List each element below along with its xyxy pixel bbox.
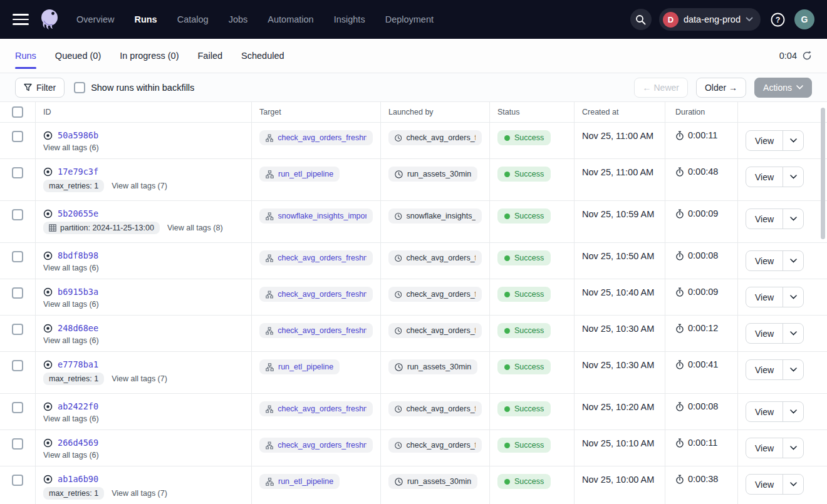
- view-button[interactable]: View: [746, 438, 783, 458]
- launched-by-pill[interactable]: check_avg_orders_f…: [388, 287, 482, 302]
- status-badge[interactable]: Success: [497, 474, 551, 489]
- status-badge[interactable]: Success: [497, 287, 551, 302]
- view-button[interactable]: View: [746, 402, 783, 421]
- run-id-link[interactable]: ab2422f0: [58, 401, 98, 411]
- status-badge[interactable]: Success: [497, 250, 551, 265]
- status-badge[interactable]: Success: [497, 208, 551, 224]
- launched-by-pill[interactable]: check_avg_orders_f…: [388, 250, 482, 265]
- view-all-tags-link[interactable]: View all tags (7): [112, 182, 167, 190]
- view-dropdown-button[interactable]: [783, 360, 803, 379]
- newer-button[interactable]: ← Newer: [634, 78, 688, 98]
- view-all-tags-link[interactable]: View all tags (7): [112, 374, 167, 383]
- run-tag[interactable]: partition: 2024-11-25-13:00: [43, 222, 160, 234]
- view-dropdown-button[interactable]: [783, 402, 803, 421]
- nav-item-deployment[interactable]: Deployment: [385, 14, 434, 24]
- launched-by-pill[interactable]: check_avg_orders_f…: [388, 323, 482, 338]
- run-id-link[interactable]: 8bdf8b98: [58, 250, 98, 260]
- view-all-tags-link[interactable]: View all tags (6): [43, 143, 99, 152]
- run-tag[interactable]: max_retries: 1: [43, 373, 104, 385]
- help-button[interactable]: ?: [768, 10, 787, 29]
- view-dropdown-button[interactable]: [783, 209, 803, 229]
- view-dropdown-button[interactable]: [783, 131, 803, 150]
- view-dropdown-button[interactable]: [783, 167, 803, 187]
- launched-by-pill[interactable]: run_assets_30min: [388, 359, 477, 374]
- view-all-tags-link[interactable]: View all tags (6): [43, 300, 99, 309]
- nav-item-overview[interactable]: Overview: [76, 14, 114, 24]
- refresh-icon[interactable]: [802, 51, 812, 61]
- status-badge[interactable]: Success: [497, 130, 551, 145]
- view-button[interactable]: View: [746, 360, 783, 379]
- view-button[interactable]: View: [746, 287, 783, 307]
- target-pill[interactable]: run_etl_pipeline: [259, 167, 340, 182]
- view-dropdown-button[interactable]: [783, 324, 803, 343]
- row-checkbox[interactable]: [12, 251, 23, 262]
- row-checkbox[interactable]: [12, 438, 23, 450]
- tab-queued[interactable]: Queued (0): [55, 39, 101, 73]
- target-pill[interactable]: snowflake_insights_import: [259, 208, 373, 224]
- row-checkbox[interactable]: [12, 324, 23, 335]
- deployment-switcher[interactable]: D data-eng-prod: [659, 8, 761, 31]
- view-all-tags-link[interactable]: View all tags (6): [43, 336, 99, 345]
- target-pill[interactable]: check_avg_orders_freshne: [259, 323, 373, 338]
- view-button[interactable]: View: [746, 324, 783, 343]
- tab-in-progress[interactable]: In progress (0): [120, 39, 179, 73]
- view-dropdown-button[interactable]: [783, 287, 803, 307]
- target-pill[interactable]: check_avg_orders_freshne: [259, 287, 373, 302]
- row-checkbox[interactable]: [12, 209, 23, 220]
- status-badge[interactable]: Success: [497, 438, 551, 453]
- run-id-link[interactable]: 50a5986b: [58, 130, 98, 140]
- user-avatar[interactable]: G: [794, 9, 814, 29]
- nav-item-catalog[interactable]: Catalog: [177, 14, 209, 24]
- run-id-link[interactable]: 5b20655e: [58, 208, 98, 219]
- run-id-link[interactable]: e7778ba1: [58, 359, 98, 369]
- filter-button[interactable]: Filter: [15, 78, 65, 98]
- status-badge[interactable]: Success: [497, 401, 551, 416]
- status-badge[interactable]: Success: [497, 323, 551, 338]
- tab-scheduled[interactable]: Scheduled: [241, 39, 284, 73]
- view-all-tags-link[interactable]: View all tags (6): [43, 414, 99, 423]
- search-button[interactable]: [630, 9, 652, 30]
- target-pill[interactable]: check_avg_orders_freshne: [259, 438, 373, 453]
- target-pill[interactable]: check_avg_orders_freshne: [259, 250, 373, 265]
- view-all-tags-link[interactable]: View all tags (8): [167, 224, 223, 232]
- dagster-logo-icon[interactable]: [38, 7, 63, 32]
- target-pill[interactable]: check_avg_orders_freshne: [259, 130, 373, 145]
- nav-item-jobs[interactable]: Jobs: [229, 14, 248, 24]
- run-id-link[interactable]: 17e79c3f: [58, 167, 98, 177]
- launched-by-pill[interactable]: check_avg_orders_f…: [388, 130, 482, 145]
- run-id-link[interactable]: 266d4569: [58, 438, 98, 448]
- row-checkbox[interactable]: [12, 167, 23, 178]
- status-badge[interactable]: Success: [497, 167, 551, 182]
- target-pill[interactable]: run_etl_pipeline: [259, 359, 340, 374]
- row-checkbox[interactable]: [12, 402, 23, 413]
- nav-item-automation[interactable]: Automation: [268, 14, 313, 24]
- launched-by-pill[interactable]: check_avg_orders_f…: [388, 438, 482, 453]
- actions-button[interactable]: Actions: [754, 78, 812, 98]
- nav-item-runs[interactable]: Runs: [134, 14, 157, 24]
- status-badge[interactable]: Success: [497, 359, 551, 374]
- launched-by-pill[interactable]: check_avg_orders_f…: [388, 401, 482, 416]
- row-checkbox[interactable]: [12, 131, 23, 142]
- run-id-link[interactable]: ab1a6b90: [58, 474, 98, 484]
- view-all-tags-link[interactable]: View all tags (6): [43, 451, 99, 460]
- launched-by-pill[interactable]: snowflake_insights_…: [388, 208, 482, 224]
- run-id-link[interactable]: 248d68ee: [58, 323, 98, 333]
- older-button[interactable]: Older →: [696, 78, 746, 98]
- tab-runs[interactable]: Runs: [15, 39, 36, 73]
- view-button[interactable]: View: [746, 251, 783, 270]
- view-all-tags-link[interactable]: View all tags (7): [112, 489, 167, 498]
- hamburger-menu-icon[interactable]: [13, 14, 29, 25]
- launched-by-pill[interactable]: run_assets_30min: [388, 167, 477, 182]
- run-id-link[interactable]: b6915b3a: [58, 287, 98, 297]
- view-dropdown-button[interactable]: [783, 475, 803, 494]
- run-tag[interactable]: max_retries: 1: [43, 487, 104, 500]
- target-pill[interactable]: check_avg_orders_freshne: [259, 401, 373, 416]
- launched-by-pill[interactable]: run_assets_30min: [388, 474, 477, 489]
- nav-item-insights[interactable]: Insights: [334, 14, 365, 24]
- view-button[interactable]: View: [746, 209, 783, 229]
- view-button[interactable]: View: [746, 167, 783, 187]
- select-all-checkbox[interactable]: [12, 106, 23, 118]
- view-dropdown-button[interactable]: [783, 251, 803, 270]
- tab-failed[interactable]: Failed: [198, 39, 223, 73]
- view-dropdown-button[interactable]: [783, 438, 803, 458]
